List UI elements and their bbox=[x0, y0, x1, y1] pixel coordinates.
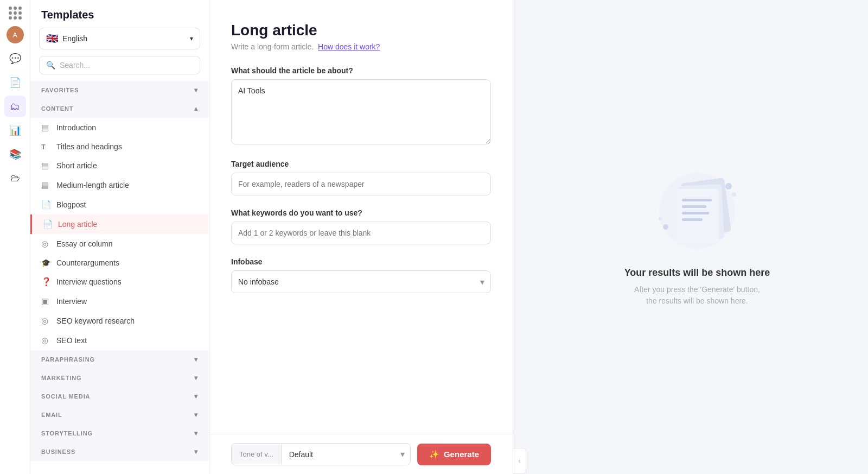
social-chevron-icon: ▾ bbox=[194, 393, 198, 400]
svg-point-9 bbox=[732, 192, 736, 197]
language-selector[interactable]: 🇬🇧 English ▾ bbox=[39, 28, 200, 49]
nav-folder-icon[interactable]: 🗁 bbox=[4, 167, 26, 189]
titles-icon: T bbox=[41, 143, 51, 151]
sidebar-item-blogpost-label: Blogpost bbox=[56, 200, 86, 209]
sidebar-item-essay[interactable]: ◎ Essay or column bbox=[30, 234, 209, 254]
generate-label: Generate bbox=[444, 450, 479, 459]
form-scroll: Long article Write a long-form article. … bbox=[209, 0, 513, 434]
section-business-label: BUSINESS bbox=[41, 448, 75, 455]
avatar[interactable]: A bbox=[7, 26, 24, 43]
tone-select-wrap[interactable]: Tone of v... Default ▾ bbox=[231, 443, 411, 465]
language-flag: 🇬🇧 bbox=[46, 33, 58, 45]
section-email[interactable]: EMAIL ▾ bbox=[30, 406, 209, 424]
target-audience-input[interactable] bbox=[231, 173, 491, 195]
about-group: What should the article be about? AI Too… bbox=[231, 66, 491, 147]
section-business[interactable]: BUSINESS ▾ bbox=[30, 443, 209, 461]
nav-documents-icon[interactable]: 📄 bbox=[4, 72, 26, 93]
sidebar-item-long-article[interactable]: 📄 Long article bbox=[30, 214, 209, 234]
keywords-input[interactable] bbox=[231, 222, 491, 244]
keywords-group: What keywords do you want to use? bbox=[231, 208, 491, 244]
results-panel: Your results will be shown here After yo… bbox=[526, 0, 868, 474]
form-subtitle-text: Write a long-form article. bbox=[231, 42, 314, 51]
collapse-panel-button[interactable]: ‹ bbox=[513, 448, 526, 474]
results-subtitle: After you press the 'Generate' button,th… bbox=[634, 284, 760, 307]
sidebar-item-short-article[interactable]: ▤ Short article bbox=[30, 156, 209, 175]
search-icon: 🔍 bbox=[46, 61, 55, 69]
sidebar-item-blogpost[interactable]: 📄 Blogpost bbox=[30, 195, 209, 214]
form-subtitle-link[interactable]: How does it work? bbox=[318, 42, 380, 51]
sidebar-item-counterarguments-label: Counterarguments bbox=[56, 258, 119, 267]
generate-icon: ✨ bbox=[429, 450, 439, 459]
section-storytelling-label: STORYTELLING bbox=[41, 430, 93, 437]
section-social-label: SOCIAL MEDIA bbox=[41, 393, 90, 400]
bottom-bar: Tone of v... Default ▾ ✨ Generate bbox=[209, 434, 513, 474]
form-panel: Long article Write a long-form article. … bbox=[209, 0, 513, 474]
app-logo bbox=[9, 7, 22, 20]
short-article-icon: ▤ bbox=[41, 161, 51, 170]
svg-point-10 bbox=[663, 224, 668, 230]
interview-questions-icon: ❓ bbox=[41, 277, 51, 287]
nav-book-icon[interactable]: 📚 bbox=[4, 143, 26, 165]
infobase-group: Infobase No infobase ▾ bbox=[231, 257, 491, 293]
essay-icon: ◎ bbox=[41, 239, 51, 249]
section-storytelling[interactable]: STORYTELLING ▾ bbox=[30, 424, 209, 443]
keywords-label: What keywords do you want to use? bbox=[231, 208, 491, 217]
counterarguments-icon: 🎓 bbox=[41, 258, 51, 267]
section-paraphrasing[interactable]: PARAPHRASING ▾ bbox=[30, 350, 209, 369]
svg-rect-6 bbox=[682, 212, 709, 214]
paraphrasing-chevron-icon: ▾ bbox=[194, 356, 198, 363]
svg-rect-5 bbox=[682, 205, 706, 208]
section-content-label: CONTENT bbox=[41, 105, 73, 112]
long-article-icon: 📄 bbox=[43, 219, 53, 229]
sidebar-item-introduction[interactable]: ▤ Introduction bbox=[30, 118, 209, 137]
infobase-label: Infobase bbox=[231, 257, 491, 266]
tone-chevron-icon: ▾ bbox=[395, 444, 410, 465]
svg-point-8 bbox=[725, 183, 732, 189]
sidebar-item-seo-text[interactable]: ◎ SEO text bbox=[30, 331, 209, 350]
sidebar-scroll: FAVORITES ▾ CONTENT ▴ ▤ Introduction T T… bbox=[30, 81, 209, 474]
sidebar-title: Templates bbox=[30, 0, 209, 28]
svg-rect-7 bbox=[682, 218, 703, 221]
sidebar-item-counterarguments[interactable]: 🎓 Counterarguments bbox=[30, 254, 209, 272]
search-input[interactable] bbox=[60, 61, 193, 69]
tone-label: Tone of v... bbox=[232, 445, 282, 464]
generate-button[interactable]: ✨ Generate bbox=[417, 444, 491, 465]
section-marketing-label: MARKETING bbox=[41, 375, 82, 381]
section-favorites[interactable]: FAVORITES ▾ bbox=[30, 81, 209, 99]
results-illustration bbox=[648, 167, 746, 254]
infobase-select-container: No infobase ▾ bbox=[231, 270, 491, 293]
sidebar-item-seo-keyword[interactable]: ◎ SEO keyword research bbox=[30, 311, 209, 331]
sidebar-item-introduction-label: Introduction bbox=[56, 123, 96, 132]
favorites-chevron-icon: ▾ bbox=[194, 86, 198, 94]
nav-templates-icon[interactable]: 🗂 bbox=[4, 96, 26, 117]
sidebar-item-interview-q-label: Interview questions bbox=[56, 277, 122, 286]
nav-sidebar: A 💬 📄 🗂 📊 📚 🗁 bbox=[0, 0, 30, 474]
sidebar-item-titles[interactable]: T Titles and headings bbox=[30, 137, 209, 156]
interview-icon: ▣ bbox=[41, 296, 51, 306]
search-bar[interactable]: 🔍 bbox=[39, 56, 200, 74]
section-content[interactable]: CONTENT ▴ bbox=[30, 99, 209, 118]
nav-chart-icon[interactable]: 📊 bbox=[4, 119, 26, 141]
target-audience-group: Target audience bbox=[231, 160, 491, 195]
sidebar-item-titles-label: Titles and headings bbox=[56, 142, 122, 151]
language-chevron-icon: ▾ bbox=[190, 35, 193, 42]
section-marketing[interactable]: MARKETING ▾ bbox=[30, 369, 209, 387]
section-paraphrasing-label: PARAPHRASING bbox=[41, 356, 95, 363]
introduction-icon: ▤ bbox=[41, 123, 51, 132]
storytelling-chevron-icon: ▾ bbox=[194, 429, 198, 437]
form-title: Long article bbox=[231, 22, 491, 39]
blogpost-icon: 📄 bbox=[41, 200, 51, 210]
nav-chat-icon[interactable]: 💬 bbox=[4, 48, 26, 69]
seo-keyword-icon: ◎ bbox=[41, 316, 51, 326]
sidebar-item-medium-article[interactable]: ▤ Medium-length article bbox=[30, 175, 209, 195]
section-social-media[interactable]: SOCIAL MEDIA ▾ bbox=[30, 387, 209, 406]
medium-article-icon: ▤ bbox=[41, 180, 51, 190]
infobase-select[interactable]: No infobase bbox=[231, 270, 491, 293]
marketing-chevron-icon: ▾ bbox=[194, 374, 198, 382]
about-textarea[interactable]: AI Tools bbox=[231, 79, 491, 144]
sidebar-item-interview-questions[interactable]: ❓ Interview questions bbox=[30, 272, 209, 292]
results-svg bbox=[648, 167, 746, 254]
sidebar-item-seo-keyword-label: SEO keyword research bbox=[56, 317, 135, 325]
sidebar-item-short-label: Short article bbox=[56, 161, 97, 170]
sidebar-item-interview[interactable]: ▣ Interview bbox=[30, 292, 209, 311]
